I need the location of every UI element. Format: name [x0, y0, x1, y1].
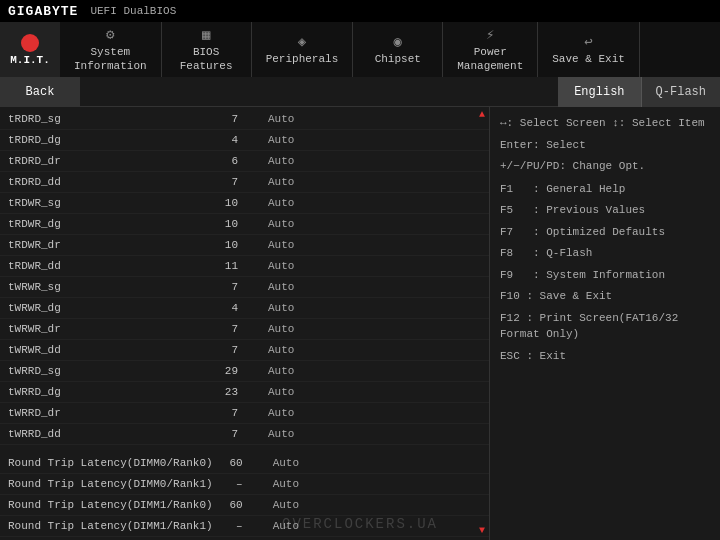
help-line: ↔: Select Screen ↕: Select Item	[500, 115, 710, 132]
row-name: tRDWR_dd	[8, 260, 208, 272]
nav-bios-features[interactable]: ▦ BIOSFeatures	[162, 22, 252, 77]
row-value: 10	[208, 197, 268, 209]
help-panel: ↔: Select Screen ↕: Select Item Enter: S…	[490, 107, 720, 540]
row-name: Round Trip Latency(DIMM1/Rank1)	[8, 520, 213, 532]
row-setting: Auto	[273, 478, 333, 490]
mit-nav-item[interactable]: M.I.T.	[0, 22, 60, 77]
help-line: F5 : Previous Values	[500, 202, 710, 219]
row-name: tWRWR_dr	[8, 323, 208, 335]
spacer-row	[0, 445, 489, 453]
nav-chipset[interactable]: ◉ Chipset	[353, 22, 443, 77]
system-info-icon: ⚙	[106, 26, 114, 43]
mit-dot	[21, 34, 39, 52]
row-setting: Auto	[268, 386, 328, 398]
main-area: ▲ tRDRD_sg 7 Auto tRDRD_dg 4 Auto tRDRD_…	[0, 107, 720, 540]
help-line: F9 : System Information	[500, 267, 710, 284]
row-setting: Auto	[268, 113, 328, 125]
row-value: 7	[208, 407, 268, 419]
peripherals-icon: ◈	[298, 33, 306, 50]
table-row: Round Trip Latency(DIMM0/Rank1) – Auto	[0, 474, 489, 495]
mit-label: M.I.T.	[10, 54, 50, 66]
nav-bios-features-label: BIOSFeatures	[180, 46, 233, 72]
nav-system-info[interactable]: ⚙ SystemInformation	[60, 22, 162, 77]
row-value: 7	[208, 176, 268, 188]
row-name: Round Trip Latency(DIMM0/Rank0)	[8, 457, 213, 469]
nav-peripherals-label: Peripherals	[266, 53, 339, 66]
table-row: tWRWR_dd 7 Auto	[0, 340, 489, 361]
row-value: 6	[208, 155, 268, 167]
table-row: tRDRD_dg 4 Auto	[0, 130, 489, 151]
row-value: 7	[208, 113, 268, 125]
row-setting: Auto	[268, 197, 328, 209]
scroll-down-arrow: ▼	[479, 525, 485, 536]
language-button[interactable]: English	[558, 77, 641, 107]
row-value: 4	[208, 302, 268, 314]
row-name: tWRRD_sg	[8, 365, 208, 377]
row-setting: Auto	[268, 344, 328, 356]
table-row: tWRWR_dr 7 Auto	[0, 319, 489, 340]
row-setting: Auto	[268, 281, 328, 293]
row-name: tRDRD_dr	[8, 155, 208, 167]
help-line: Enter: Select	[500, 137, 710, 154]
table-row: tRDRD_sg 7 Auto	[0, 109, 489, 130]
row-value: 11	[208, 260, 268, 272]
table-row: tRDRD_dd 7 Auto	[0, 172, 489, 193]
table-row: Round Trip Latency(DIMM1/Rank1) – Auto	[0, 516, 489, 537]
row-setting: Auto	[268, 365, 328, 377]
row-setting: Auto	[268, 407, 328, 419]
save-exit-icon: ↩	[584, 33, 592, 50]
table-row: tRDWR_sg 10 Auto	[0, 193, 489, 214]
nav-save-exit-label: Save & Exit	[552, 53, 625, 66]
row-setting: Auto	[273, 499, 333, 511]
row-value: –	[213, 478, 273, 490]
nav-system-info-label: SystemInformation	[74, 46, 147, 72]
table-row: tRDWR_dd 11 Auto	[0, 256, 489, 277]
help-line: F1 : General Help	[500, 181, 710, 198]
row-name: tRDRD_dd	[8, 176, 208, 188]
nav-save-exit[interactable]: ↩ Save & Exit	[538, 22, 640, 77]
row-value: 7	[208, 428, 268, 440]
row-value: 60	[213, 457, 273, 469]
bios-features-icon: ▦	[202, 26, 210, 43]
row-name: tRDRD_sg	[8, 113, 208, 125]
row-value: 10	[208, 239, 268, 251]
row-value: 7	[208, 323, 268, 335]
row-setting: Auto	[268, 218, 328, 230]
help-line: F12 : Print Screen(FAT16/32 Format Only)	[500, 310, 710, 343]
row-setting: Auto	[268, 260, 328, 272]
row-value: 7	[208, 281, 268, 293]
help-line: F10 : Save & Exit	[500, 288, 710, 305]
table-row: tWRWR_sg 7 Auto	[0, 277, 489, 298]
table-row: tRDRD_dr 6 Auto	[0, 151, 489, 172]
row-name: tWRWR_sg	[8, 281, 208, 293]
nav-peripherals[interactable]: ◈ Peripherals	[252, 22, 354, 77]
row-setting: Auto	[268, 302, 328, 314]
row-setting: Auto	[273, 520, 333, 532]
table-row: tWRRD_dr 7 Auto	[0, 403, 489, 424]
scroll-up-arrow: ▲	[479, 109, 485, 120]
brand-logo: GIGABYTE	[8, 4, 78, 19]
table-row: Round Trip Latency(DIMM1/Rank0) 60 Auto	[0, 495, 489, 516]
bios-label: UEFI DualBIOS	[90, 5, 176, 17]
nav-power-mgmt[interactable]: ⚡ PowerManagement	[443, 22, 538, 77]
row-value: 10	[208, 218, 268, 230]
row-name: tRDWR_dr	[8, 239, 208, 251]
row-setting: Auto	[268, 323, 328, 335]
row-name: tWRWR_dd	[8, 344, 208, 356]
help-line: F8 : Q-Flash	[500, 245, 710, 262]
action-right: English Q-Flash	[558, 77, 720, 107]
table-row: Round Trip Latency(DIMM0/Rank0) 60 Auto	[0, 453, 489, 474]
table-row: tWRRD_sg 29 Auto	[0, 361, 489, 382]
back-button[interactable]: Back	[0, 77, 80, 107]
row-name: tRDWR_sg	[8, 197, 208, 209]
top-bar: GIGABYTE UEFI DualBIOS	[0, 0, 720, 22]
row-value: 7	[208, 344, 268, 356]
row-name: tWRRD_dg	[8, 386, 208, 398]
row-value: 60	[213, 499, 273, 511]
row-setting: Auto	[268, 428, 328, 440]
row-setting: Auto	[268, 176, 328, 188]
qflash-button[interactable]: Q-Flash	[642, 77, 720, 107]
nav-items: ⚙ SystemInformation ▦ BIOSFeatures ◈ Per…	[60, 22, 720, 77]
row-name: tRDRD_dg	[8, 134, 208, 146]
table-row: tRDWR_dg 10 Auto	[0, 214, 489, 235]
